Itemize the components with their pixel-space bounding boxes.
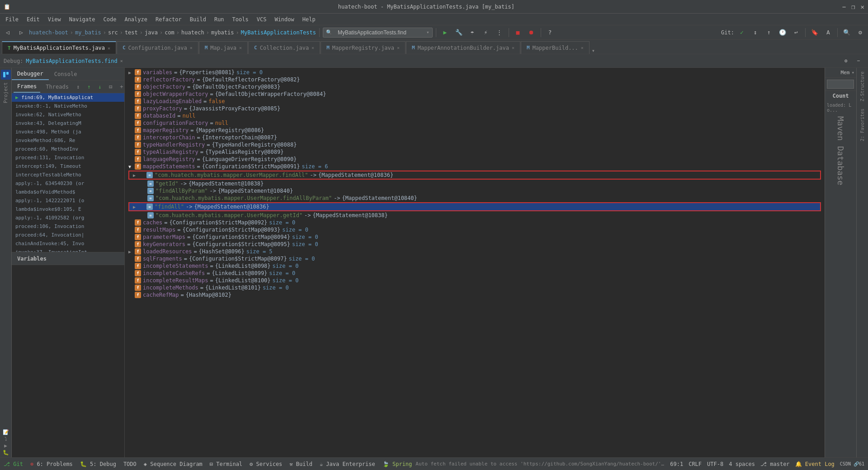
status-sequence-btn[interactable]: ◈ Sequence Diagram xyxy=(144,461,203,467)
menu-item-vcs[interactable]: VCS xyxy=(253,15,270,24)
tab-frames[interactable]: Frames xyxy=(14,81,40,93)
frame-item-2[interactable]: invoke:62, NativeMetho xyxy=(12,110,124,119)
frame-item-12[interactable]: apply:-1, 1422222071 (o xyxy=(12,196,124,205)
tab-close-mybatis[interactable]: ✕ xyxy=(108,46,110,51)
breadcrumb-home[interactable]: huatech-boot xyxy=(29,29,68,36)
tab-debugger[interactable]: Debugger xyxy=(12,68,49,80)
profile-btn[interactable]: ⚡ xyxy=(480,27,492,38)
frame-item-17[interactable]: chainAndInvoke:45, Invo xyxy=(12,239,124,248)
var-lazyloading[interactable]: f lazyLoadingEnabled = false xyxy=(125,98,825,105)
toolbar-forward-btn[interactable]: ▷ xyxy=(15,27,27,38)
status-position[interactable]: 69:1 xyxy=(670,461,683,467)
status-encoding[interactable]: UTF-8 xyxy=(707,461,723,467)
status-problems-btn[interactable]: ⊗ 6: Problems xyxy=(30,461,73,467)
status-debug-btn[interactable]: 🐛 5: Debug xyxy=(80,461,116,467)
tab-map[interactable]: M Map.java ✕ xyxy=(199,41,248,54)
git-revert-btn[interactable]: ↩ xyxy=(790,27,802,38)
var-configfactory[interactable]: f configurationFactory = null xyxy=(125,119,825,127)
tab-mapperannotation[interactable]: M MapperAnnotationBuilder.java ✕ xyxy=(406,41,520,54)
var-incompletestatements[interactable]: f incompleteStatements = {LinkedList@809… xyxy=(125,262,825,270)
menu-item-file[interactable]: File xyxy=(2,15,22,24)
var-incompletemethods[interactable]: f incompleteMethods = {LinkedList@8101} … xyxy=(125,284,825,291)
frame-item-13[interactable]: lambda$invoke$0:105, E xyxy=(12,205,124,214)
status-spring-btn[interactable]: 🍃 Spring xyxy=(382,461,412,467)
status-spaces[interactable]: 4 spaces xyxy=(729,461,755,467)
frame-item-6[interactable]: proceed:60, MethodInv xyxy=(12,145,124,153)
close-button[interactable]: ✕ xyxy=(861,3,864,10)
git-push-btn[interactable]: ↑ xyxy=(763,27,775,38)
var-reflectorfactory[interactable]: f reflectorFactory = {DefaultReflectorFa… xyxy=(125,76,825,83)
frames-up-btn[interactable]: ↑ xyxy=(84,82,94,92)
menu-item-view[interactable]: View xyxy=(44,15,65,24)
tab-configuration[interactable]: C Configuration.java ✕ xyxy=(117,41,198,54)
stop-button[interactable]: ■ xyxy=(512,27,524,38)
frame-item-18[interactable]: invoke:37, InvocationInt xyxy=(12,248,124,252)
tab-close-config[interactable]: ✕ xyxy=(190,45,193,50)
var-resultmaps[interactable]: f resultMaps = {Configuration$StrictMap@… xyxy=(125,226,825,233)
frames-sort-btn[interactable]: ↕ xyxy=(73,82,83,92)
search-input[interactable] xyxy=(334,28,425,38)
debug-session-close[interactable]: ✕ xyxy=(120,58,123,63)
git-branch-btn[interactable]: ↕ xyxy=(750,27,761,38)
sidebar-debug-icon2[interactable]: 🐛 xyxy=(3,450,9,456)
tab-close-collection[interactable]: ✕ xyxy=(311,45,314,50)
frame-item-1[interactable]: invoke:0:-1, NativeMetho xyxy=(12,102,124,110)
debug-settings-btn[interactable]: ⚙ xyxy=(840,55,852,67)
menu-item-analyze[interactable]: Analyze xyxy=(121,15,151,24)
var-loadedresources[interactable]: ▶ f loadedResources = {HashSet@8096} siz… xyxy=(125,248,825,255)
tabs-overflow-btn[interactable]: ▾ xyxy=(592,47,595,54)
bookmarks-btn[interactable]: 🔖 xyxy=(809,27,821,38)
var-languageregistry[interactable]: f languageRegistry = {LanguageDriverRegi… xyxy=(125,156,825,163)
var-sqlfragments[interactable]: f sqlFragments = {Configuration$StrictMa… xyxy=(125,255,825,262)
menu-item-run[interactable]: Run xyxy=(211,15,228,24)
help-btn[interactable]: ? xyxy=(544,27,556,38)
toolbar-back-btn[interactable]: ◁ xyxy=(2,27,14,38)
frame-item-0[interactable]: ▶ find:69, MyBatisApplicat xyxy=(12,93,124,102)
var-cacherefmap[interactable]: f cacheRefMap = {HashMap@8102} xyxy=(125,291,825,299)
git-check-btn[interactable]: ✓ xyxy=(736,27,748,38)
frame-item-4[interactable]: invoke:498, Method (ja xyxy=(12,128,124,136)
more-run-btn[interactable]: ⋮ xyxy=(494,27,505,38)
expand-variables-icon[interactable]: ▶ xyxy=(128,70,134,75)
tab-collection[interactable]: C Collection.java ✕ xyxy=(248,41,320,54)
maven-icon[interactable]: Maven xyxy=(836,116,845,141)
zstructure-label[interactable]: Z-Structure xyxy=(860,71,865,101)
frame-item-10[interactable]: apply:-1, 634540230 (or xyxy=(12,179,124,188)
tab-mapperbuild[interactable]: M MapperBuild... ✕ xyxy=(521,41,590,54)
status-javaent-btn[interactable]: ☕ Java Enterprise xyxy=(320,461,375,467)
frame-item-15[interactable]: proceed:106, Invocation xyxy=(12,222,124,231)
menu-item-build[interactable]: Build xyxy=(186,15,210,24)
expand-findall2-icon[interactable]: ▶ xyxy=(133,204,138,209)
menu-item-tools[interactable]: Tools xyxy=(229,15,252,24)
var-findall-short[interactable]: ▶ = "findAll" -> {MappedStatement@10836} xyxy=(129,203,820,210)
var-keygenerators[interactable]: f keyGenerators = {Configuration$StrictM… xyxy=(125,241,825,248)
mem-search-input[interactable] xyxy=(827,80,854,89)
var-typehandler[interactable]: f typeHandlerRegistry = {TypeHandlerRegi… xyxy=(125,141,825,148)
frame-item-3[interactable]: invoke:43, DelegatingM xyxy=(12,119,124,128)
frame-item-7[interactable]: proceed:131, Invocation xyxy=(12,153,124,162)
record-btn[interactable]: ⏺ xyxy=(526,27,538,38)
maximize-button[interactable]: ❐ xyxy=(851,3,855,10)
run-button[interactable]: ▶ xyxy=(439,27,451,38)
git-history-btn[interactable]: 🕐 xyxy=(777,27,788,38)
sidebar-project-icon[interactable] xyxy=(1,70,11,80)
var-parametermaps[interactable]: f parameterMaps = {Configuration$StrictM… xyxy=(125,233,825,241)
favorites-label[interactable]: 2: Favorites xyxy=(860,109,865,141)
debug-session-name[interactable]: MyBatisApplicationTests.find xyxy=(26,58,117,64)
var-getid[interactable]: = "getId" -> {MappedStatement@10838} xyxy=(125,180,825,187)
tab-console[interactable]: Console xyxy=(49,68,83,80)
debug-build-btn[interactable]: 🔧 xyxy=(453,27,465,38)
sidebar-commit-icon[interactable]: 📝 xyxy=(3,429,9,435)
menu-item-refactor[interactable]: Refactor xyxy=(152,15,185,24)
var-incompleteresultmaps[interactable]: f incompleteResultMaps = {LinkedList@810… xyxy=(125,277,825,284)
status-eventlog-btn[interactable]: 🔔 Event Log xyxy=(795,461,835,467)
sidebar-run-icon[interactable]: ▶ xyxy=(4,443,7,449)
menu-item-code[interactable]: Code xyxy=(100,15,120,24)
var-mapperregistry[interactable]: f mapperRegistry = {MapperRegistry@8086} xyxy=(125,127,825,134)
status-build-btn[interactable]: ⚒ Build xyxy=(289,461,312,467)
menu-item-edit[interactable]: Edit xyxy=(23,15,43,24)
settings-btn[interactable]: ⚙ xyxy=(854,27,866,38)
status-csdn-label[interactable]: CSDN 🔗61 xyxy=(840,461,864,466)
minimize-button[interactable]: − xyxy=(842,3,846,10)
frames-down-btn[interactable]: ↓ xyxy=(95,82,105,92)
